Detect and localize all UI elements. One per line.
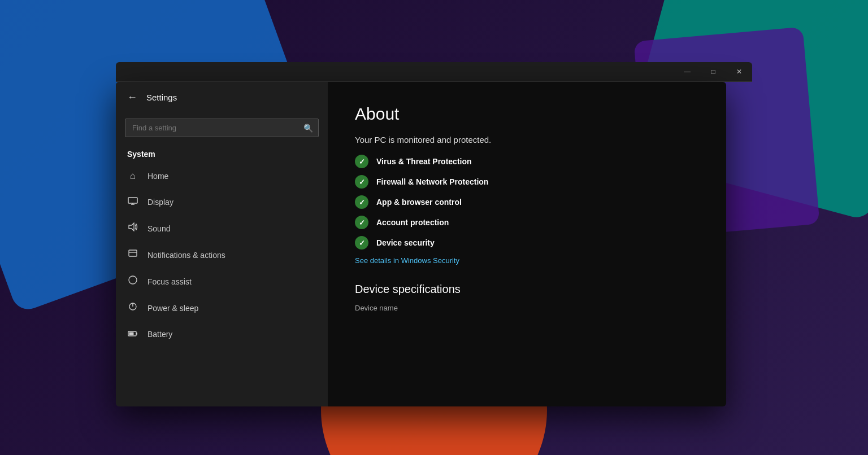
check-icon-0 [355,155,368,168]
sidebar-item-sound[interactable]: Sound [116,215,328,242]
device-name-label: Device name [355,304,699,312]
security-label-3: Account protection [376,218,449,227]
back-button[interactable]: ← [127,91,137,103]
battery-icon [127,329,138,340]
sidebar-item-display[interactable]: Display [116,189,328,215]
security-item-0: Virus & Threat Protection [355,155,699,168]
security-item-3: Account protection [355,216,699,229]
sidebar-item-battery-label: Battery [147,330,172,339]
main-content: About Your PC is monitored and protected… [328,82,726,406]
search-icon: 🔍 [303,124,313,133]
maximize-button[interactable]: □ [700,62,726,82]
windows-security-link[interactable]: See details in Windows Security [355,256,699,265]
svg-rect-11 [129,333,134,335]
close-button[interactable]: ✕ [726,62,752,82]
security-label-4: Device security [376,238,435,247]
svg-rect-0 [128,198,137,203]
svg-point-6 [129,276,137,284]
sidebar-item-power-label: Power & sleep [147,304,198,313]
home-icon: ⌂ [127,170,138,182]
sidebar-item-notifications[interactable]: Notifications & actions [116,242,328,268]
settings-window: ← Settings 🔍 System ⌂ Home Display [116,82,726,406]
sidebar: ← Settings 🔍 System ⌂ Home Display [116,82,328,406]
sidebar-item-home[interactable]: ⌂ Home [116,163,328,189]
security-label-0: Virus & Threat Protection [376,157,472,166]
svg-rect-4 [129,250,137,256]
sidebar-item-battery[interactable]: Battery [116,321,328,347]
security-item-4: Device security [355,236,699,250]
sidebar-header: ← Settings [116,82,328,113]
sidebar-item-display-label: Display [147,198,173,207]
security-item-1: Firewall & Network Protection [355,175,699,189]
titlebar: — □ ✕ [116,62,752,82]
page-title: About [355,104,699,124]
sidebar-item-notifications-label: Notifications & actions [147,251,225,260]
sidebar-item-sound-label: Sound [147,224,170,233]
check-icon-2 [355,195,368,209]
check-icon-4 [355,236,368,250]
power-icon [127,302,138,314]
sidebar-item-home-label: Home [147,172,168,181]
search-box: 🔍 [125,119,319,137]
app-title: Settings [146,93,177,102]
search-input[interactable] [125,119,319,137]
svg-rect-10 [136,333,137,335]
security-label-1: Firewall & Network Protection [376,177,488,186]
check-icon-1 [355,175,368,189]
notifications-icon [127,249,138,261]
system-section-label: System [116,143,328,163]
sidebar-item-power[interactable]: Power & sleep [116,295,328,321]
sidebar-item-focus-label: Focus assist [147,277,192,286]
svg-marker-3 [129,223,134,231]
device-spec-title: Device specifications [355,283,699,296]
subtitle: Your PC is monitored and protected. [355,135,699,145]
check-icon-3 [355,216,368,229]
security-item-2: App & browser control [355,195,699,209]
sound-icon [127,222,138,234]
display-icon [127,196,138,208]
focus-icon [127,275,138,287]
minimize-button[interactable]: — [674,62,700,82]
sidebar-item-focus[interactable]: Focus assist [116,268,328,295]
security-label-2: App & browser control [376,198,462,207]
